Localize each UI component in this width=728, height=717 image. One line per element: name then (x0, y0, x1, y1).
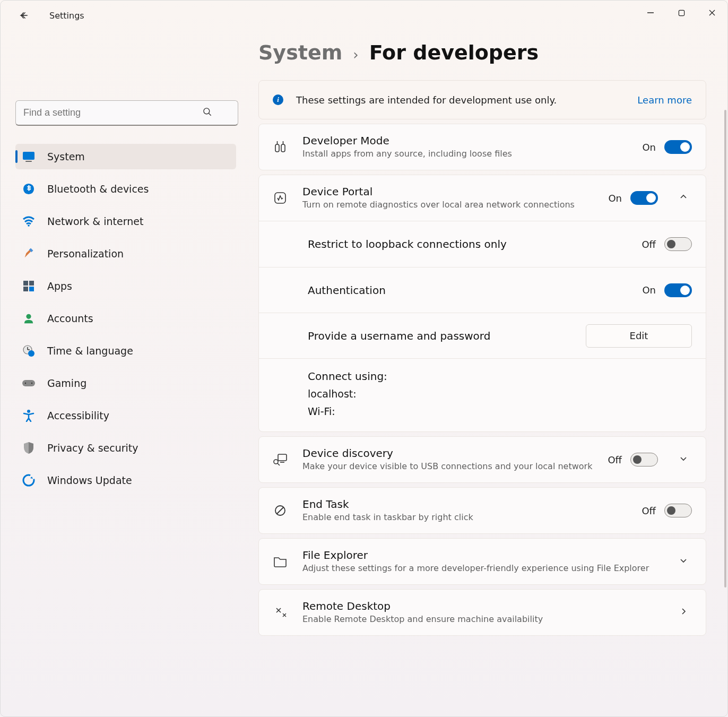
file-explorer-row[interactable]: File Explorer Adjust these settings for … (259, 539, 706, 584)
search-icon (202, 107, 213, 119)
maximize-button[interactable] (666, 1, 697, 25)
sidebar-item-bluetooth[interactable]: Bluetooth & devices (15, 176, 236, 202)
chevron-up-icon[interactable] (679, 193, 692, 203)
file-explorer-card: File Explorer Adjust these settings for … (258, 538, 706, 585)
sidebar-item-personalization[interactable]: Personalization (15, 241, 236, 266)
sidebar-item-windows-update[interactable]: Windows Update (15, 468, 236, 493)
credentials-row: Provide a username and password Edit (259, 313, 706, 358)
sidebar-item-network[interactable]: Network & internet (15, 209, 236, 234)
chevron-right-icon[interactable] (679, 607, 692, 618)
connect-heading: Connect using: (308, 368, 692, 384)
developer-mode-icon (273, 140, 288, 154)
device-discovery-row[interactable]: Device discovery Make your device visibl… (259, 437, 706, 482)
content-area: System › For developers i These settings… (251, 30, 727, 716)
page-title: For developers (369, 41, 539, 64)
minimize-icon (647, 9, 654, 16)
end-task-toggle[interactable] (664, 504, 692, 517)
remote-desktop-icon (273, 606, 288, 619)
authentication-toggle[interactable] (664, 283, 692, 297)
svg-point-4 (204, 108, 210, 114)
connect-localhost: localhost: (308, 386, 692, 402)
row-title: Authentication (308, 284, 631, 297)
sidebar-item-label: Time & language (47, 345, 133, 357)
svg-point-23 (27, 410, 30, 413)
toggle-state: On (642, 142, 656, 153)
sidebar-item-system[interactable]: System (15, 144, 236, 169)
svg-rect-20 (22, 380, 35, 386)
restrict-loopback-row[interactable]: Restrict to loopback connections only Of… (259, 221, 706, 267)
device-discovery-card: Device discovery Make your device visibl… (258, 436, 706, 483)
breadcrumb-parent[interactable]: System (258, 41, 342, 64)
sidebar-item-label: System (47, 151, 85, 162)
sidebar-item-label: Accounts (47, 313, 93, 324)
shield-icon (22, 441, 36, 455)
chevron-down-icon[interactable] (679, 454, 692, 465)
back-button[interactable] (13, 5, 34, 26)
svg-rect-14 (29, 287, 34, 291)
sidebar-item-label: Accessibility (47, 410, 109, 421)
sidebar-item-label: Personalization (47, 248, 124, 260)
developer-mode-row[interactable]: Developer Mode Install apps from any sou… (259, 124, 706, 170)
row-title: Provide a username and password (308, 330, 575, 342)
svg-point-32 (274, 460, 278, 464)
minimize-button[interactable] (635, 1, 666, 25)
connect-wifi: Wi-Fi: (308, 404, 692, 419)
row-subtitle: Enable Remote Desktop and ensure machine… (302, 614, 658, 625)
svg-point-22 (31, 383, 32, 384)
titlebar: Settings (1, 1, 727, 30)
toggle-state: Off (608, 454, 622, 465)
row-title: End Task (302, 498, 627, 511)
svg-rect-11 (23, 281, 28, 286)
system-icon (22, 150, 36, 163)
toggle-state: On (642, 284, 656, 296)
learn-more-link[interactable]: Learn more (637, 94, 692, 106)
sidebar-item-accessibility[interactable]: Accessibility (15, 403, 236, 428)
svg-rect-12 (29, 281, 34, 286)
sidebar-item-accounts[interactable]: Accounts (15, 306, 236, 331)
device-discovery-toggle[interactable] (630, 453, 658, 467)
svg-rect-6 (23, 152, 34, 160)
device-portal-row[interactable]: Device Portal Turn on remote diagnostics… (259, 175, 706, 221)
sidebar: System Bluetooth & devices Network & int… (1, 30, 251, 716)
chevron-down-icon[interactable] (679, 556, 692, 567)
toggle-state: On (608, 193, 622, 204)
row-title: Restrict to loopback connections only (308, 238, 631, 250)
arrow-left-icon (19, 11, 29, 20)
sidebar-item-time-language[interactable]: Time & language (15, 338, 236, 364)
search-box (15, 100, 236, 126)
sidebar-item-gaming[interactable]: Gaming (15, 370, 236, 396)
end-task-row[interactable]: End Task Enable end task in taskbar by r… (259, 488, 706, 533)
row-subtitle: Adjust these settings for a more develop… (302, 563, 658, 574)
device-portal-card: Device Portal Turn on remote diagnostics… (258, 175, 706, 432)
maximize-icon (678, 10, 685, 16)
svg-rect-7 (25, 161, 32, 162)
close-button[interactable] (697, 1, 727, 25)
sidebar-item-label: Privacy & security (47, 442, 138, 454)
remote-desktop-card: Remote Desktop Enable Remote Desktop and… (258, 589, 706, 636)
clock-globe-icon (22, 344, 36, 358)
end-task-card: End Task Enable end task in taskbar by r… (258, 487, 706, 534)
user-block (15, 47, 236, 90)
scrollbar[interactable] (724, 110, 726, 588)
svg-line-33 (278, 463, 280, 465)
apps-icon (22, 279, 36, 293)
developer-mode-toggle[interactable] (664, 140, 692, 154)
toggle-state: Off (642, 505, 656, 516)
sidebar-item-apps[interactable]: Apps (15, 273, 236, 299)
device-portal-toggle[interactable] (630, 191, 658, 205)
bluetooth-icon (22, 182, 36, 196)
edit-button[interactable]: Edit (586, 324, 692, 348)
paint-icon (22, 247, 36, 261)
remote-desktop-row[interactable]: Remote Desktop Enable Remote Desktop and… (259, 590, 706, 635)
device-discovery-icon (273, 453, 288, 466)
info-icon: i (273, 94, 283, 105)
sidebar-item-privacy[interactable]: Privacy & security (15, 435, 236, 461)
svg-line-35 (277, 507, 283, 514)
gamepad-icon (22, 376, 36, 390)
app-name: Settings (49, 11, 84, 21)
svg-point-24 (23, 475, 34, 486)
svg-rect-26 (281, 144, 285, 152)
row-subtitle: Make your device visible to USB connecti… (302, 461, 593, 472)
restrict-loopback-toggle[interactable] (664, 237, 692, 251)
authentication-row[interactable]: Authentication On (259, 267, 706, 313)
